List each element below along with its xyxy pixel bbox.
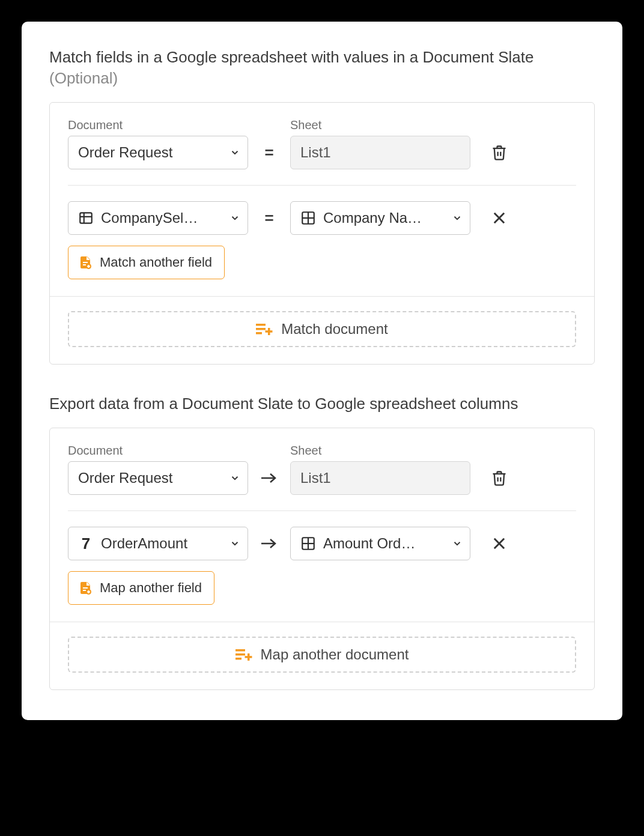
delete-mapping-button[interactable] xyxy=(486,139,512,166)
document-field-value: CompanySel… xyxy=(101,210,198,226)
match-panel: Document Sheet Order Request = List1 xyxy=(49,102,595,365)
match-title-text: Match fields in a Google spreadsheet wit… xyxy=(49,48,533,66)
svg-rect-34 xyxy=(245,656,252,658)
delete-mapping-button[interactable] xyxy=(486,465,512,491)
svg-rect-17 xyxy=(266,330,273,333)
remove-field-button[interactable] xyxy=(486,530,512,557)
arrow-right-icon xyxy=(248,536,290,551)
svg-rect-26 xyxy=(83,590,86,591)
sheet-readonly: List1 xyxy=(290,461,470,495)
chevron-down-icon xyxy=(229,473,240,483)
divider xyxy=(68,185,576,186)
document-field-select[interactable]: CompanySel… xyxy=(68,201,248,235)
match-panel-body: Document Sheet Order Request = List1 xyxy=(50,103,594,296)
svg-rect-32 xyxy=(235,658,242,660)
chevron-down-icon xyxy=(229,538,240,549)
close-icon xyxy=(491,535,508,552)
add-document-icon xyxy=(78,580,93,596)
optional-label: (Optional) xyxy=(49,69,118,87)
match-document-button[interactable]: Match document xyxy=(68,311,576,347)
sheet-value: List1 xyxy=(300,470,331,486)
document-label: Document xyxy=(68,118,248,132)
map-another-field-label: Map another field xyxy=(100,580,202,596)
sheet-value: List1 xyxy=(300,144,331,161)
sheet-field-select[interactable]: Company Na… xyxy=(290,201,470,235)
document-select-value: Order Request xyxy=(78,470,225,486)
svg-rect-31 xyxy=(235,653,245,656)
document-select-value: Order Request xyxy=(78,144,225,161)
form-field-icon xyxy=(78,210,94,226)
export-title-text: Export data from a Document Slate to Goo… xyxy=(49,395,518,413)
sheet-field-value: Company Na… xyxy=(323,210,422,226)
svg-rect-15 xyxy=(256,332,262,335)
svg-rect-14 xyxy=(256,328,266,330)
match-field-row: CompanySel… = Company Na… xyxy=(68,201,576,235)
export-section-title: Export data from a Document Slate to Goo… xyxy=(49,393,595,414)
chevron-down-icon xyxy=(452,538,463,549)
match-another-field-label: Match another field xyxy=(100,255,212,270)
export-labels-row: Document Sheet xyxy=(68,444,576,458)
sheet-label: Sheet xyxy=(290,444,321,458)
chevron-down-icon xyxy=(452,213,463,223)
svg-rect-13 xyxy=(256,324,266,326)
export-panel-footer: Map another document xyxy=(50,622,594,689)
svg-rect-9 xyxy=(83,264,86,265)
arrow-right-icon xyxy=(248,471,290,485)
map-another-document-label: Map another document xyxy=(261,646,409,663)
match-document-label: Match document xyxy=(281,321,387,338)
trash-icon xyxy=(491,144,508,161)
svg-rect-0 xyxy=(80,213,92,223)
equals-icon: = xyxy=(248,209,290,228)
divider xyxy=(68,510,576,511)
document-select[interactable]: Order Request xyxy=(68,461,248,495)
match-another-field-button[interactable]: Match another field xyxy=(68,246,225,279)
export-field-row: 7 OrderAmount Amount Ord… xyxy=(68,527,576,560)
equals-icon: = xyxy=(248,144,290,162)
match-panel-footer: Match document xyxy=(50,296,594,364)
sheet-label: Sheet xyxy=(290,118,321,132)
grid-icon xyxy=(300,536,316,551)
chevron-down-icon xyxy=(229,147,240,158)
settings-card: Match fields in a Google spreadsheet wit… xyxy=(22,22,622,720)
document-label: Document xyxy=(68,444,248,458)
export-panel: Document Sheet Order Request List1 xyxy=(49,428,595,690)
map-another-field-button[interactable]: Map another field xyxy=(68,571,214,605)
sheet-field-select[interactable]: Amount Ord… xyxy=(290,527,470,560)
close-icon xyxy=(491,210,508,226)
svg-rect-30 xyxy=(235,649,245,652)
add-document-icon xyxy=(78,255,93,270)
export-panel-body: Document Sheet Order Request List1 xyxy=(50,428,594,622)
number-icon: 7 xyxy=(78,536,94,551)
document-field-value: OrderAmount xyxy=(101,535,187,552)
match-section-title: Match fields in a Google spreadsheet wit… xyxy=(49,47,595,89)
document-field-select[interactable]: 7 OrderAmount xyxy=(68,527,248,560)
sheet-field-value: Amount Ord… xyxy=(323,535,415,552)
list-add-icon xyxy=(256,323,273,336)
remove-field-button[interactable] xyxy=(486,205,512,231)
map-another-document-button[interactable]: Map another document xyxy=(68,637,576,673)
svg-rect-12 xyxy=(87,266,90,267)
export-doc-row: Order Request List1 xyxy=(68,461,576,495)
chevron-down-icon xyxy=(229,213,240,223)
svg-rect-8 xyxy=(83,262,88,263)
match-labels-row: Document Sheet xyxy=(68,118,576,132)
svg-rect-29 xyxy=(87,592,90,593)
document-select[interactable]: Order Request xyxy=(68,136,248,169)
trash-icon xyxy=(491,470,508,486)
match-doc-row: Order Request = List1 xyxy=(68,136,576,169)
grid-icon xyxy=(300,210,316,226)
list-add-icon xyxy=(235,648,252,661)
svg-rect-25 xyxy=(83,587,88,589)
sheet-readonly: List1 xyxy=(290,136,470,169)
